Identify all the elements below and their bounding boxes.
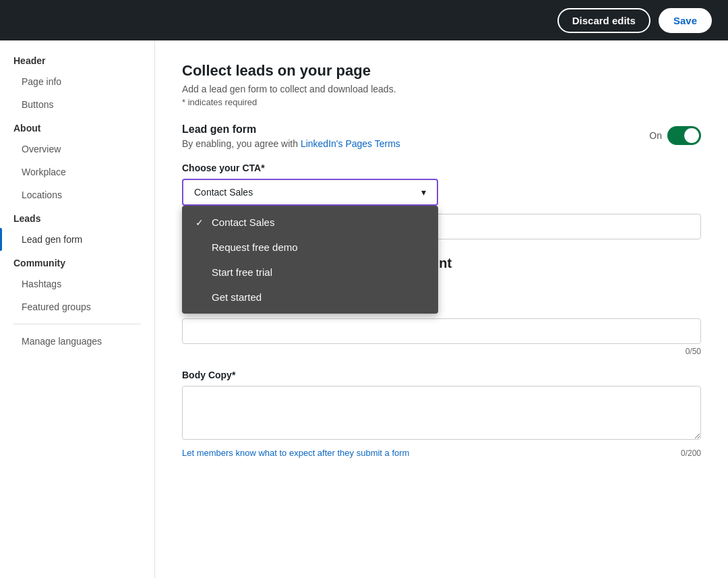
headline-char-count: 0/50: [182, 347, 701, 356]
sidebar-header-about: About: [0, 116, 154, 138]
cta-option-request-free-demo[interactable]: Request free demo: [182, 235, 438, 260]
cta-selected-value: Contact Sales: [194, 187, 253, 198]
cta-option-label: Get started: [212, 291, 262, 303]
body-copy-label: Body Copy*: [182, 370, 701, 380]
sidebar-item-manage-languages[interactable]: Manage languages: [0, 330, 154, 353]
sidebar-item-locations[interactable]: Locations: [0, 183, 154, 206]
cta-dropdown-container: Contact Sales ▾ ✓ Contact Sales Request …: [182, 179, 438, 206]
page-subtitle: Add a lead gen form to collect and downl…: [182, 84, 701, 94]
body-copy-hint: Let members know what to expect after th…: [182, 448, 409, 458]
linkedin-pages-terms-link[interactable]: LinkedIn's Pages Terms: [301, 138, 400, 149]
toggle-agree-text: By enabling, you agree with LinkedIn's P…: [182, 138, 649, 149]
cta-option-get-started[interactable]: Get started: [182, 285, 438, 310]
cta-label: Choose your CTA*: [182, 163, 701, 173]
sidebar-header-leads: Leads: [0, 206, 154, 228]
toggle-right: On: [649, 126, 701, 145]
sidebar-item-lead-gen-form[interactable]: Lead gen form: [0, 228, 154, 251]
save-button[interactable]: Save: [659, 8, 712, 33]
body-copy-char-count: 0/200: [681, 449, 701, 458]
chevron-down-icon: ▾: [421, 187, 426, 198]
sidebar-item-workplace[interactable]: Workplace: [0, 161, 154, 183]
lead-gen-form-label: Lead gen form: [182, 123, 649, 136]
page-title: Collect leads on your page: [182, 62, 701, 80]
headline-input[interactable]: [182, 318, 701, 344]
toggle-left: Lead gen form By enabling, you agree wit…: [182, 123, 649, 149]
sidebar: Header Page info Buttons About Overview …: [0, 40, 155, 578]
cta-option-contact-sales[interactable]: ✓ Contact Sales: [182, 210, 438, 235]
body-copy-bottom-row: Let members know what to expect after th…: [182, 448, 701, 458]
main-content: Collect leads on your page Add a lead ge…: [155, 40, 728, 578]
sidebar-item-page-info[interactable]: Page info: [0, 70, 154, 93]
sidebar-item-overview[interactable]: Overview: [0, 138, 154, 161]
agree-text: By enabling, you agree with: [182, 138, 301, 149]
sidebar-item-hashtags[interactable]: Hashtags: [0, 272, 154, 295]
sidebar-divider: [13, 324, 141, 324]
discard-button[interactable]: Discard edits: [557, 8, 650, 33]
sidebar-item-buttons[interactable]: Buttons: [0, 93, 154, 116]
cta-select-button[interactable]: Contact Sales ▾: [182, 179, 438, 206]
cta-option-start-free-trial[interactable]: Start free trial: [182, 260, 438, 285]
cta-option-label: Start free trial: [212, 266, 272, 278]
lead-gen-form-row: Lead gen form By enabling, you agree wit…: [182, 123, 701, 149]
toggle-on-label: On: [649, 130, 662, 141]
body-copy-textarea[interactable]: [182, 386, 701, 440]
sidebar-item-featured-groups[interactable]: Featured groups: [0, 295, 154, 318]
sidebar-header-header: Header: [0, 49, 154, 70]
cta-dropdown-menu: ✓ Contact Sales Request free demo Start …: [182, 206, 438, 314]
top-bar: Discard edits Save: [0, 0, 728, 40]
page-layout: Header Page info Buttons About Overview …: [0, 40, 728, 578]
required-note: * indicates required: [182, 97, 701, 107]
cta-option-label: Request free demo: [212, 241, 298, 253]
sidebar-header-community: Community: [0, 251, 154, 272]
cta-option-label: Contact Sales: [212, 216, 274, 228]
lead-gen-toggle[interactable]: [667, 126, 701, 145]
checkmark-icon: ✓: [195, 217, 206, 228]
